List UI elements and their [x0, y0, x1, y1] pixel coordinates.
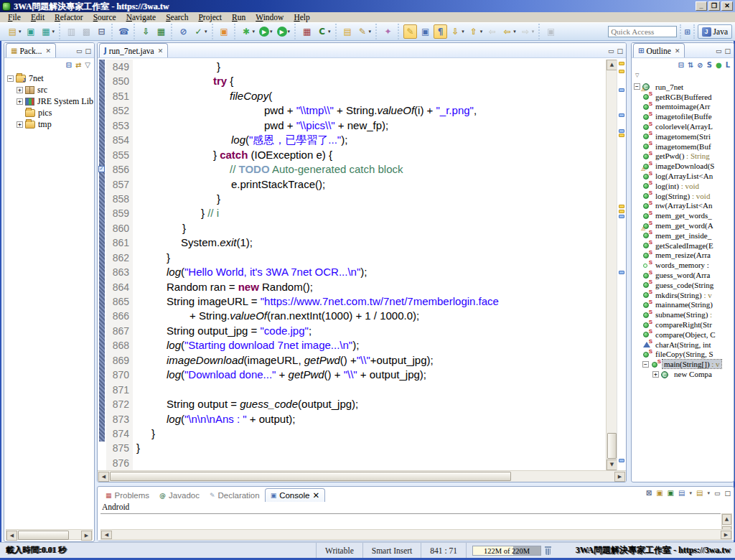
expand-icon[interactable]: + — [17, 87, 23, 93]
menu-search[interactable]: Search — [161, 13, 193, 22]
outline-item-imagetomem-buf[interactable]: Simagetomem(Buf — [634, 141, 734, 151]
chevron-down-icon[interactable]: ▾ — [480, 29, 483, 34]
menu-help[interactable]: Help — [289, 13, 314, 22]
info-marker[interactable] — [619, 129, 624, 133]
outline-item-imagetomem-stri[interactable]: Simagetomem(Stri — [634, 131, 734, 141]
sort-button[interactable]: ⇅ — [688, 61, 693, 69]
open-console-button[interactable]: ▤ — [696, 489, 703, 497]
expand-icon[interactable]: + — [17, 98, 23, 105]
tab-console[interactable]: ▣Console✕ — [265, 488, 325, 502]
new-project-button[interactable]: ▦▾ — [39, 24, 57, 39]
collapse-icon[interactable]: − — [642, 361, 649, 368]
editor-hscrollbar[interactable]: ◀ ▶ — [98, 470, 626, 482]
view-menu-icon[interactable]: ▽ — [635, 73, 639, 78]
chevron-down-icon[interactable]: ▾ — [288, 29, 291, 34]
chevron-down-icon[interactable]: ▾ — [328, 29, 331, 34]
overview-ruler[interactable] — [617, 60, 626, 470]
code-area[interactable]: }try {fileCopy(pwd + "\\tmp\\" + String.… — [133, 60, 606, 470]
print-button[interactable]: ⊟ — [95, 24, 108, 39]
open-perspective-icon[interactable]: ⊞ — [684, 28, 690, 36]
close-icon[interactable]: ✕ — [158, 47, 164, 55]
hide-fields-button[interactable]: ⊘ — [697, 61, 703, 69]
chevron-down-icon[interactable]: ▾ — [52, 29, 55, 34]
show-whitespace-button[interactable]: ¶ — [434, 24, 447, 39]
run-last-button[interactable]: ▶▾ — [276, 24, 292, 39]
debug-button[interactable]: ✱▾ — [240, 24, 257, 39]
maximize-view-icon[interactable]: □ — [617, 47, 623, 55]
outline-item-mainname-string-[interactable]: Smainname(String) — [634, 300, 734, 310]
garbage-collect-icon[interactable] — [544, 546, 552, 555]
maximize-view-icon[interactable]: □ — [724, 490, 731, 497]
outline-item-charat-string-int[interactable]: ScharAt(String, int — [634, 340, 734, 350]
outline-item-guess_word-arra[interactable]: Sguess_word(Arra — [634, 270, 734, 280]
ddms-button[interactable]: ☎ — [117, 24, 131, 39]
menu-file[interactable]: File — [3, 13, 26, 22]
view-menu-button[interactable]: ▽ — [85, 61, 90, 69]
warning-marker[interactable] — [619, 210, 624, 213]
skip-breakpoints-button[interactable]: ⊘ — [177, 24, 190, 39]
chevron-down-icon[interactable]: ▾ — [205, 29, 207, 34]
expand-icon[interactable]: + — [652, 371, 659, 378]
info-marker[interactable] — [619, 113, 624, 117]
outline-item-compareright-str[interactable]: ScompareRight(Str — [634, 319, 734, 330]
package-explorer-hscrollbar[interactable]: ◀ ▶ — [6, 529, 93, 540]
minimize-view-icon[interactable]: ▭ — [76, 47, 83, 55]
scroll-lock-button[interactable]: ▣ — [656, 489, 663, 497]
next-annotation-button[interactable]: ⇩▾ — [449, 24, 466, 39]
outline-item-getscaledimage-e[interactable]: SgetScaledImage(E — [634, 241, 734, 251]
info-marker[interactable] — [619, 459, 624, 462]
chevron-down-icon[interactable]: ▾ — [513, 29, 516, 34]
editor-tab[interactable]: J run_7net.java ✕ — [99, 43, 168, 57]
menu-project[interactable]: Project — [193, 13, 227, 22]
pin-console-button[interactable]: ▣ — [668, 489, 674, 497]
outline-item-getpwd-[interactable]: SgetPwd() : String — [634, 151, 734, 162]
chevron-down-icon[interactable]: ▾ — [19, 29, 22, 34]
chevron-down-icon[interactable]: ▾ — [253, 29, 256, 34]
outline-item-nw-arraylist-an[interactable]: Snw(ArrayList<An — [634, 201, 734, 211]
outline-item-getrgb-buffered[interactable]: SgetRGB(Buffered — [634, 92, 734, 102]
display-console-button[interactable]: ▤ — [678, 489, 685, 497]
outline-item-memtoimage-arr[interactable]: Smemtoimage(Arr — [634, 102, 734, 112]
hide-local-types-button[interactable]: L — [726, 61, 730, 69]
java-perspective-button[interactable]: J Java — [698, 24, 732, 39]
outline-item-mem_resize-arra[interactable]: Smem_resize(Arra — [634, 251, 734, 261]
menu-source[interactable]: Source — [88, 13, 121, 22]
close-icon[interactable]: ✕ — [675, 47, 680, 55]
tree-item-src[interactable]: +src — [7, 84, 94, 95]
tab-javadoc[interactable]: @Javadoc — [154, 488, 205, 502]
menu-window[interactable]: Window — [251, 13, 289, 22]
verify-button[interactable]: ✓▾ — [192, 24, 209, 39]
outline-item-filecopy-string-s[interactable]: SfileCopy(String, S — [634, 350, 734, 360]
tree-item-jre-system-lib[interactable]: +JRE System Lib — [7, 95, 94, 107]
info-marker[interactable] — [619, 215, 624, 218]
outline-item-subname-string-[interactable]: Ssubname(String) : — [634, 309, 734, 319]
new-android-project-button[interactable]: ▣ — [217, 24, 231, 39]
collapse-all-button[interactable]: ⊟ — [66, 61, 72, 69]
outline-item-imagetofile-buffe[interactable]: Simagetofile(Buffe — [634, 111, 734, 121]
warning-marker[interactable] — [619, 205, 624, 208]
chevron-down-icon[interactable]: ▾ — [369, 29, 372, 34]
outline-root[interactable]: −C⚠run_7net — [634, 82, 734, 92]
task-marker-icon[interactable]: ✓ — [98, 166, 105, 172]
info-marker[interactable] — [619, 88, 624, 92]
chevron-down-icon[interactable]: ▾ — [707, 490, 710, 496]
outline-item-log-string-[interactable]: Slog(String) : void — [634, 191, 734, 201]
hide-static-button[interactable]: S — [707, 61, 712, 69]
close-icon[interactable]: ✕ — [45, 47, 51, 55]
outline-item-compare-object-c[interactable]: Scompare(Object, C — [634, 330, 734, 340]
new-connection-button[interactable]: ▣ — [24, 24, 38, 39]
close-button[interactable]: ✕ — [721, 1, 733, 11]
outline-item-words_memory-[interactable]: Swords_memory : — [634, 260, 734, 270]
android-avd-manager-button[interactable]: ▦ — [154, 24, 168, 39]
chevron-down-icon[interactable]: ▾ — [532, 29, 535, 34]
menu-refactor[interactable]: Refactor — [50, 13, 88, 22]
junit-button[interactable]: ▦ — [300, 24, 314, 39]
outline-item-log-int-[interactable]: Slog(int) : void — [634, 181, 734, 191]
mark-occurrences-button[interactable]: ✎ — [403, 24, 417, 39]
outline-tab[interactable]: ⊞ Outline ✕ — [633, 43, 685, 57]
minimize-view-icon[interactable]: ▭ — [608, 47, 614, 55]
outline-item-colorlevel-arrayl[interactable]: Scolorlevel(ArrayL — [634, 121, 734, 131]
outline-item-main-string-[interactable]: −Smain(String[]) : v — [634, 359, 734, 369]
clear-console-button[interactable]: ⊠ — [646, 489, 652, 497]
tree-item-pics[interactable]: pics — [7, 107, 94, 118]
